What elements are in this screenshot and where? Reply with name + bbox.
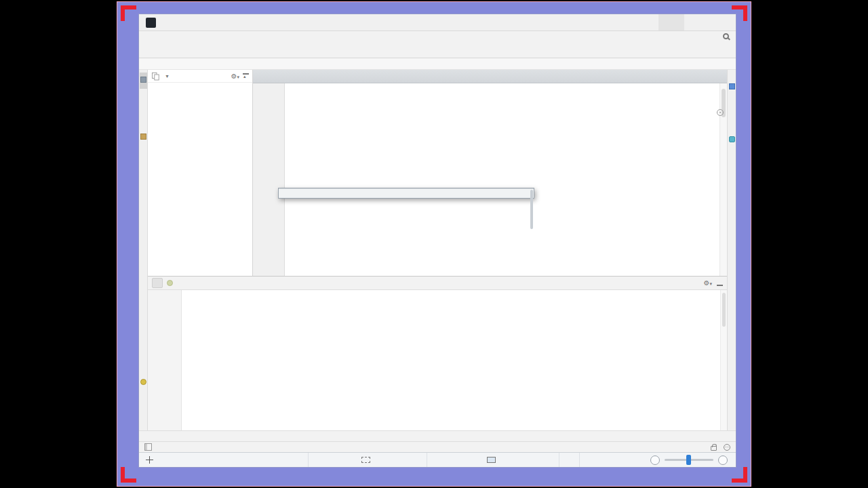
sidebar-item-favorites[interactable]	[140, 375, 147, 391]
run-config-icon	[167, 280, 173, 286]
project-tree	[148, 83, 252, 85]
zoom-slider-thumb[interactable]	[686, 455, 691, 465]
paint-status-bar	[139, 452, 736, 467]
minimize-button[interactable]	[658, 14, 684, 30]
completion-popup	[278, 188, 534, 199]
sidebar-item-data-view[interactable]	[728, 79, 736, 96]
image-size-cell	[427, 453, 559, 467]
editor-tabs	[253, 70, 727, 83]
toolwindow-toggle-icon[interactable]	[144, 443, 152, 451]
maximize-button[interactable]	[684, 14, 710, 30]
code-lines	[285, 83, 727, 276]
breadcrumb	[139, 58, 736, 70]
favorites-toolwindow-icon	[140, 379, 146, 385]
sidebar-item-database[interactable]	[728, 132, 736, 148]
corner-marker-bottom-left	[121, 467, 136, 483]
title-bar	[139, 14, 736, 31]
view-mode-icon[interactable]	[152, 73, 159, 79]
run-header: ⚙▾	[148, 277, 727, 290]
lock-icon[interactable]	[711, 446, 717, 451]
selection-size-icon	[361, 457, 370, 463]
project-header: ▼ ⚙▾	[148, 70, 252, 83]
collapse-all-icon[interactable]	[243, 73, 249, 79]
completion-hint-bar	[279, 188, 534, 198]
left-tool-stripe	[139, 70, 148, 441]
hector-icon[interactable]	[724, 444, 730, 451]
zoom-slider[interactable]	[665, 459, 713, 461]
main-toolbar	[139, 43, 736, 58]
structure-toolwindow-icon	[140, 134, 146, 140]
data-view-toolwindow-icon	[729, 83, 735, 89]
cursor-position-cell	[139, 453, 309, 467]
crosshair-icon	[146, 456, 153, 464]
gear-icon[interactable]: ⚙▾	[231, 73, 239, 80]
code-area[interactable]	[253, 83, 727, 276]
pycharm-window: ▼ ⚙▾	[139, 14, 736, 467]
empty-cell	[559, 453, 580, 467]
capture-frame: ▼ ⚙▾	[117, 1, 751, 487]
corner-marker-top-left	[121, 5, 136, 21]
editor	[253, 70, 727, 276]
sidebar-item-project[interactable]	[140, 73, 147, 89]
close-button[interactable]	[710, 14, 736, 30]
project-toolwindow-icon	[140, 77, 146, 83]
run-configuration-label	[167, 280, 176, 286]
chevron-down-icon: ▼	[165, 74, 170, 79]
corner-marker-bottom-right	[732, 467, 747, 483]
run-tool-window: ⚙▾	[148, 276, 727, 430]
database-toolwindow-icon	[729, 136, 735, 142]
hide-toolwindow-icon[interactable]	[717, 281, 723, 286]
search-everywhere-icon[interactable]	[723, 33, 729, 39]
gear-icon[interactable]: ⚙▾	[704, 279, 712, 287]
window-controls	[658, 14, 736, 30]
selection-size-cell	[309, 453, 427, 467]
zoom-controls	[580, 453, 736, 467]
image-size-icon	[487, 457, 496, 463]
app-icon	[146, 18, 156, 28]
sidebar-item-structure[interactable]	[140, 129, 147, 146]
right-tool-stripe	[727, 70, 736, 441]
tool-window-bar	[139, 430, 736, 441]
inspections-widget-icon[interactable]	[717, 109, 724, 116]
project-tool-window: ▼ ⚙▾	[148, 70, 253, 276]
console-scrollbar[interactable]	[720, 290, 727, 430]
gutter	[253, 83, 285, 276]
zoom-in-button[interactable]	[718, 455, 728, 465]
run-tab[interactable]	[152, 278, 163, 288]
zoom-out-button[interactable]	[650, 455, 660, 465]
menu-bar	[139, 31, 736, 43]
status-bar	[139, 441, 736, 452]
run-toolbar	[148, 290, 182, 430]
